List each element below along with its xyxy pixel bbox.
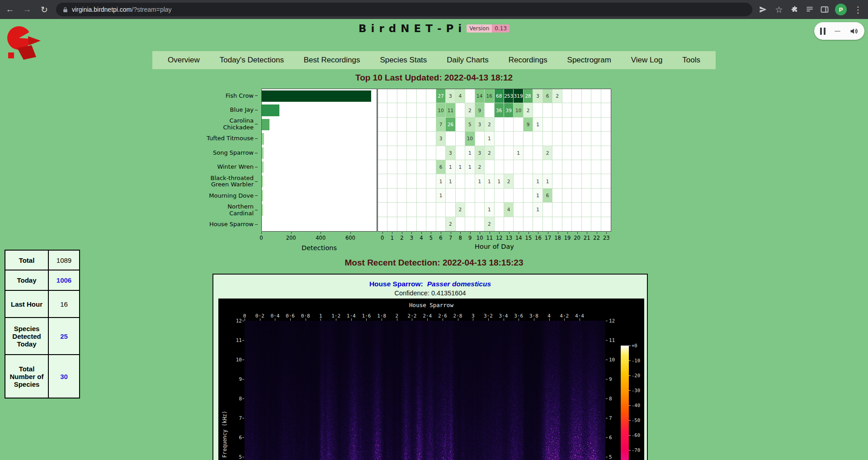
spectro-freq-tick-right [606,379,608,379]
bar-row [262,118,377,132]
nav-item-recordings[interactable]: Recordings [509,56,547,65]
heatmap-cell [397,132,407,146]
species-row: Blue Jay [199,103,258,118]
spectro-freq-tick [242,340,244,341]
heatmap-cell: 4 [504,203,514,217]
heatmap-cell [591,118,601,132]
y-tick-mark [255,153,258,153]
birdnetpi-page: B i r d N E T - P i Version 0.13 Overvie… [0,19,868,460]
reading-list-icon[interactable] [805,5,814,14]
heatmap-cell [601,146,611,160]
heatmap-cell: 1 [436,189,446,203]
x-tick-mark [606,232,607,234]
x-tick-label: 3 [410,235,413,241]
heatmap-cell [465,174,475,188]
heatmap-cell [591,174,601,188]
heatmap-cell [495,132,504,146]
heatmap-row: 2141 [378,203,611,217]
heatmap-cell [582,132,591,146]
y-tick-mark [255,167,258,167]
stats-label: Total Number of Species [5,355,48,398]
address-bar[interactable]: virginia.birdnetpi.com/?stream=play [56,3,752,16]
back-icon[interactable]: ← [5,5,15,14]
detection-confidence: Confidence: 0.41351604 [213,289,647,297]
heatmap-cell: 1 [446,174,455,188]
spectro-freq-label-right: 6 [609,435,621,441]
stats-value-link[interactable]: 1006 [57,276,71,284]
spectro-freq-label: 5 [230,454,242,460]
stats-value: 16 [48,290,80,318]
heatmap-cell: 1 [485,174,494,188]
heatmap-cell [572,89,581,103]
heatmap-cell: 1 [495,174,504,188]
heatmap-cell [446,189,455,203]
heatmap-cell [387,146,397,160]
x-tick-label: 20 [574,235,580,241]
spectro-freq-tick-right [606,398,608,399]
spectro-freq-tick-right [606,437,608,438]
nav-item-species-stats[interactable]: Species Stats [380,56,427,65]
heatmap-cell: 3 [475,118,485,132]
menu-kebab-icon[interactable]: ⋮ [853,5,863,15]
spectro-time-tick [306,318,306,321]
nav-item-daily-charts[interactable]: Daily Charts [447,56,489,65]
spectro-freq-tick [242,379,244,379]
heatmap-cell: 2 [485,146,494,160]
heatmap-cell [397,118,407,132]
detection-scientific-name[interactable]: Passer domesticus [427,280,491,288]
volume-icon[interactable] [849,27,859,36]
stats-value-link[interactable]: 30 [60,373,68,380]
x-tick-label: 11 [486,235,493,241]
spectro-freq-tick [242,398,244,399]
heatmap-cell [601,160,611,174]
seek-bar[interactable] [835,31,840,32]
heatmap-cell [495,203,504,217]
heatmap-cell [397,89,407,103]
bookmark-star-icon[interactable]: ☆ [774,5,784,15]
heatmap-cell [552,174,562,188]
nav-item-best-recordings[interactable]: Best Recordings [304,56,360,65]
reload-icon[interactable]: ↻ [39,5,50,15]
x-tick-mark [558,232,558,234]
nav-item-overview[interactable]: Overview [168,56,200,65]
nav-item-tools[interactable]: Tools [682,56,700,65]
species-row: Mourning Dove [199,189,258,203]
stats-value-link[interactable]: 25 [60,332,68,340]
stats-value: 1006 [48,270,80,290]
y-tick-mark [255,224,258,225]
birdnetpi-logo[interactable] [5,25,44,62]
heatmap-cell [446,132,455,146]
forward-icon[interactable]: → [22,5,33,14]
heatmap-cell [582,89,591,103]
heatmap-cell [456,132,465,146]
nav-item-view-log[interactable]: View Log [631,56,663,65]
heatmap-cell [572,189,581,203]
spectrogram-image: House Sparrow Frequency (kHz) 00·20·40·6… [218,299,644,460]
y-tick-mark [255,110,258,110]
bar-row [262,132,377,146]
x-tick-label: 4 [420,235,423,241]
pause-button[interactable] [820,28,826,35]
heatmap-cell [514,203,523,217]
x-tick-label: 22 [593,235,600,241]
heatmap-cell: 2 [465,103,475,117]
extensions-puzzle-icon[interactable] [790,5,799,14]
profile-avatar[interactable]: P [835,4,847,15]
heatmap-cell [591,89,601,103]
colorbar-db-label: -60 [632,432,640,438]
heatmap-cell [397,203,407,217]
heatmap-cell [582,189,591,203]
y-tick-mark [255,181,258,182]
detection-panel: House Sparrow:Passer domesticus Confiden… [212,274,648,460]
spectro-freq-tick [242,418,244,418]
detection-common-name[interactable]: House Sparrow: [369,280,423,288]
nav-item-spectrogram[interactable]: Spectrogram [567,56,611,65]
nav-item-today-s-detections[interactable]: Today's Detections [220,56,284,65]
heatmap-cell [417,118,426,132]
heatmap-cell: 1 [533,189,542,203]
send-icon[interactable] [759,5,768,14]
heatmap-cell [378,189,387,203]
side-panel-icon[interactable] [820,5,829,14]
heatmap-cell [524,203,533,217]
heatmap-cell [582,103,591,117]
